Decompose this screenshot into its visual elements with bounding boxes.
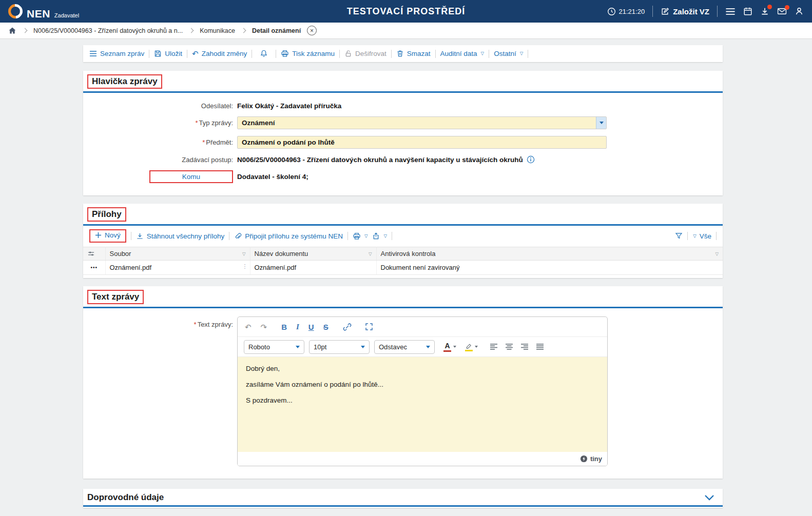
separator xyxy=(149,50,149,58)
predmet-label: *Předmět: xyxy=(202,138,233,146)
record-toolbar: Seznam zpráv Uložit ↶ Zahodit změny Tisk… xyxy=(83,45,723,62)
breadcrumb-item-procedure[interactable]: N006/25/V00004963 - Zřízení datových okr… xyxy=(33,27,183,34)
seznam-zprav-button[interactable]: Seznam zpráv xyxy=(89,50,144,57)
bell-icon xyxy=(260,49,268,58)
clock-icon xyxy=(607,7,616,16)
link-icon[interactable] xyxy=(342,322,353,332)
predmet-input[interactable] xyxy=(237,136,607,149)
chevron-down-icon xyxy=(426,346,430,348)
separator xyxy=(391,50,392,58)
print-attachments-button[interactable]: ▽ xyxy=(353,232,368,240)
pripojit-prilohu-button[interactable]: Připojit přílohu ze systému NEN xyxy=(234,232,343,240)
create-vz-button[interactable]: Založit VZ xyxy=(661,7,709,16)
environment-title: TESTOVACÍ PROSTŘEDÍ xyxy=(347,6,465,17)
strikethrough-icon[interactable]: S xyxy=(322,322,330,332)
row-menu-icon[interactable]: ••• xyxy=(83,261,105,275)
zadavaci-postup-value: N006/25/V00004963 - Zřízení datových okr… xyxy=(237,156,523,164)
home-icon[interactable] xyxy=(8,27,16,34)
column-header-antivir[interactable]: Antivirová kontrola▽ xyxy=(376,247,723,261)
export-icon xyxy=(372,232,380,240)
chevron-down-icon[interactable] xyxy=(453,346,456,348)
info-icon[interactable] xyxy=(527,155,535,164)
align-left-icon[interactable] xyxy=(489,342,499,351)
table-row[interactable]: ••• Oznámení.pdf ⋮ Oznámení.pdf Dokument… xyxy=(83,261,723,275)
smazat-button[interactable]: Smazat xyxy=(396,50,431,57)
fullscreen-icon[interactable] xyxy=(364,322,374,332)
chevron-down-icon[interactable] xyxy=(475,346,478,348)
filter-dropdown-icon[interactable]: ▽ xyxy=(715,251,719,256)
breadcrumb-item-current[interactable]: Detail oznámení xyxy=(252,27,301,34)
typ-zpravy-select[interactable]: Oznámení xyxy=(237,116,607,129)
column-header-soubor[interactable]: Soubor▽ xyxy=(105,247,250,261)
filter-icon[interactable] xyxy=(675,232,683,240)
section-text-zpravy: Text zprávy *Text zprávy: ↶ ↷ B I U S xyxy=(83,286,723,479)
ostatni-button[interactable]: Ostatní ▽ xyxy=(494,50,523,57)
underline-icon[interactable]: U xyxy=(307,322,315,332)
create-vz-label: Založit VZ xyxy=(673,7,709,16)
row-settings-icon[interactable] xyxy=(83,247,105,261)
highlight-color-button[interactable] xyxy=(464,342,474,352)
dropdown-icon: ▽ xyxy=(693,234,697,239)
text-color-button[interactable]: A xyxy=(442,342,452,352)
separator xyxy=(187,50,187,58)
typ-zpravy-label: *Typ zprávy: xyxy=(195,119,233,127)
undo-icon[interactable]: ↶ xyxy=(244,322,253,332)
annotation-box: Hlavička zprávy xyxy=(87,74,162,89)
breadcrumb-item-komunikace[interactable]: Komunikace xyxy=(200,27,235,34)
nen-logo[interactable]: NEN Zadavatel xyxy=(8,4,79,19)
required-marker: * xyxy=(202,138,205,146)
separator xyxy=(716,232,717,240)
zahodit-zmeny-button[interactable]: ↶ Zahodit změny xyxy=(192,50,247,57)
close-tab-icon[interactable]: × xyxy=(307,26,317,35)
editor-toolbar-row2: Roboto 10pt Odstavec A xyxy=(238,337,607,357)
attach-icon xyxy=(234,232,242,240)
text-zpravy-label: *Text zprávy: xyxy=(194,321,233,328)
redo-icon[interactable]: ↷ xyxy=(260,322,268,332)
dropdown-icon[interactable] xyxy=(596,117,606,129)
printer-icon xyxy=(353,232,361,240)
chevron-right-icon xyxy=(241,28,246,33)
section-prilohy: Přílohy Nový Stáhnout všechny přílohy xyxy=(83,204,723,278)
brand-name: NEN xyxy=(27,8,50,19)
separator xyxy=(652,6,653,17)
user-icon[interactable] xyxy=(795,7,804,16)
column-header-nazev[interactable]: Název dokumentu▽ xyxy=(250,247,376,261)
align-justify-icon[interactable] xyxy=(535,342,545,351)
align-right-icon[interactable] xyxy=(519,342,530,351)
attachments-toolbar: Nový Stáhnout všechny přílohy Připojit p… xyxy=(83,226,723,246)
dropdown-icon: ▽ xyxy=(383,234,387,239)
downloads-icon[interactable] xyxy=(760,7,769,16)
section-doprovodne-udaje: Doprovodné údaje xyxy=(83,489,723,508)
messages-icon[interactable] xyxy=(777,7,787,15)
odesilatel-value: Felix Okátý - Zadavatel příručka xyxy=(237,102,723,110)
calendar-icon[interactable] xyxy=(743,7,752,16)
paragraph-format-select[interactable]: Odstavec xyxy=(374,340,435,354)
filter-dropdown-icon[interactable]: ▽ xyxy=(369,251,372,256)
italic-icon[interactable]: I xyxy=(295,322,300,332)
filter-dropdown-icon[interactable]: ▽ xyxy=(242,251,246,256)
separator xyxy=(687,232,688,240)
editor-content-area[interactable]: Dobrý den, zasíláme Vám oznámení o podán… xyxy=(238,357,607,452)
required-marker: * xyxy=(194,321,197,328)
menu-icon[interactable] xyxy=(725,8,736,15)
vse-filter-button[interactable]: ▽ Vše xyxy=(692,232,711,240)
komu-button[interactable]: Komu xyxy=(179,172,203,181)
notification-badge xyxy=(767,5,772,9)
font-family-select[interactable]: Roboto xyxy=(244,340,304,354)
editor-status-bar: tiny xyxy=(238,452,607,466)
align-center-icon[interactable] xyxy=(504,342,514,351)
auditni-data-button[interactable]: Auditní data ▽ xyxy=(440,50,485,57)
novy-button[interactable]: Nový xyxy=(95,231,121,239)
bold-icon[interactable]: B xyxy=(280,322,288,332)
tisk-zaznamu-button[interactable]: Tisk záznamu xyxy=(281,50,335,57)
font-size-select[interactable]: 10pt xyxy=(309,340,370,354)
breadcrumb: N006/25/V00004963 - Zřízení datových okr… xyxy=(0,23,812,39)
expand-section-icon[interactable] xyxy=(700,493,719,502)
ulozit-button[interactable]: Uložit xyxy=(154,50,182,57)
header-actions: 21:21:20 Založit VZ xyxy=(607,6,804,17)
export-attachments-button[interactable]: ▽ xyxy=(372,232,387,240)
brand-role: Zadavatel xyxy=(54,13,79,19)
column-handle-icon[interactable]: ⋮ xyxy=(242,264,248,269)
stahnout-prilohy-button[interactable]: Stáhnout všechny přílohy xyxy=(136,232,225,240)
notifications-bell-button[interactable] xyxy=(257,49,271,58)
